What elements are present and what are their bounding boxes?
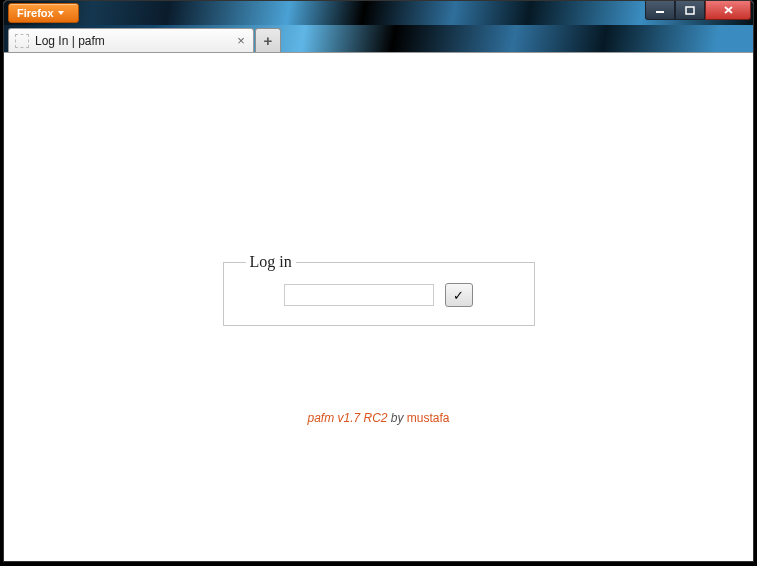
tab-close-button[interactable]: × [233,33,249,49]
maximize-button[interactable] [675,1,705,20]
maximize-icon [685,6,695,15]
titlebar: Firefox [4,1,753,25]
tab-active[interactable]: Log In | pafm × [8,28,254,52]
svg-rect-0 [656,11,664,13]
minimize-button[interactable] [645,1,675,20]
footer-credits: pafm v1.7 RC2 by mustafa [4,411,753,425]
check-icon: ✓ [453,288,464,303]
login-legend: Log in [246,253,296,271]
close-window-button[interactable] [705,1,751,20]
favicon-placeholder-icon [15,34,29,48]
tab-title: Log In | pafm [35,34,233,48]
tab-strip: Log In | pafm × + [4,25,753,53]
page-content: Log in ✓ pafm v1.7 RC2 by mustafa [4,53,753,561]
window-controls [645,1,751,20]
login-submit-button[interactable]: ✓ [445,283,473,307]
browser-window: Firefox Log In | pafm × + Log in [3,0,754,562]
password-input[interactable] [284,284,434,306]
minimize-icon [655,6,665,14]
app-version-link[interactable]: pafm v1.7 RC2 [307,411,387,425]
firefox-menu-label: Firefox [17,7,54,19]
author-link[interactable]: mustafa [407,411,450,425]
by-text: by [388,411,407,425]
svg-rect-1 [686,7,694,14]
login-fieldset: Log in ✓ [223,253,535,326]
close-icon [723,5,734,15]
chevron-down-icon [58,11,64,15]
new-tab-button[interactable]: + [255,28,281,52]
firefox-menu-button[interactable]: Firefox [8,3,79,23]
